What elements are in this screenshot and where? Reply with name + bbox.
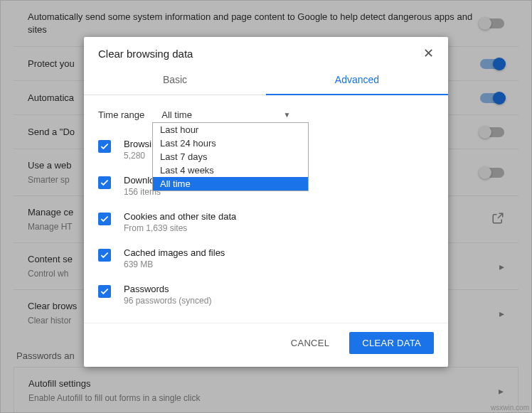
clear-data-item: Passwords96 passwords (synced) — [98, 278, 431, 314]
item-sub: 96 passwords (synced) — [124, 296, 211, 306]
close-icon[interactable]: ✕ — [423, 47, 434, 60]
clear-data-item: Autofill form data — [98, 314, 431, 317]
time-range-option[interactable]: Last 4 weeks — [153, 163, 308, 177]
time-range-option[interactable]: Last 7 days — [153, 150, 308, 163]
checkbox[interactable] — [98, 249, 111, 262]
item-label: Cached images and files — [124, 247, 225, 258]
clear-data-item: Cached images and files639 MB — [98, 242, 431, 278]
clear-data-button[interactable]: CLEAR DATA — [349, 332, 434, 354]
watermark-text: wsxwin.com — [491, 404, 529, 412]
time-range-option[interactable]: All time — [153, 177, 308, 191]
modal-overlay: Clear browsing data ✕ Basic Advanced Tim… — [0, 0, 532, 413]
modal-title: Clear browsing data — [98, 48, 193, 60]
checkbox[interactable] — [98, 176, 111, 189]
clear-data-item: Cookies and other site dataFrom 1,639 si… — [98, 205, 431, 242]
checkbox[interactable] — [98, 285, 111, 298]
time-range-options: Last hourLast 24 hoursLast 7 daysLast 4 … — [152, 122, 309, 191]
chevron-down-icon: ▼ — [283, 111, 290, 119]
item-sub: 639 MB — [124, 259, 225, 269]
time-range-value: All time — [161, 109, 192, 120]
clear-browsing-data-modal: Clear browsing data ✕ Basic Advanced Tim… — [84, 37, 448, 367]
time-range-option[interactable]: Last hour — [153, 123, 308, 136]
time-range-option[interactable]: Last 24 hours — [153, 136, 308, 150]
item-label: Cookies and other site data — [124, 211, 236, 222]
time-range-label: Time range — [98, 109, 144, 120]
checkbox[interactable] — [98, 140, 111, 153]
cancel-button[interactable]: CANCEL — [278, 332, 343, 354]
tab-basic[interactable]: Basic — [84, 65, 266, 95]
time-range-dropdown[interactable]: All time ▼ — [154, 107, 293, 123]
item-label: Passwords — [124, 284, 211, 294]
checkbox[interactable] — [98, 213, 111, 225]
tab-advanced[interactable]: Advanced — [266, 65, 448, 95]
item-sub: From 1,639 sites — [124, 223, 236, 233]
modal-tabs: Basic Advanced — [84, 65, 448, 95]
